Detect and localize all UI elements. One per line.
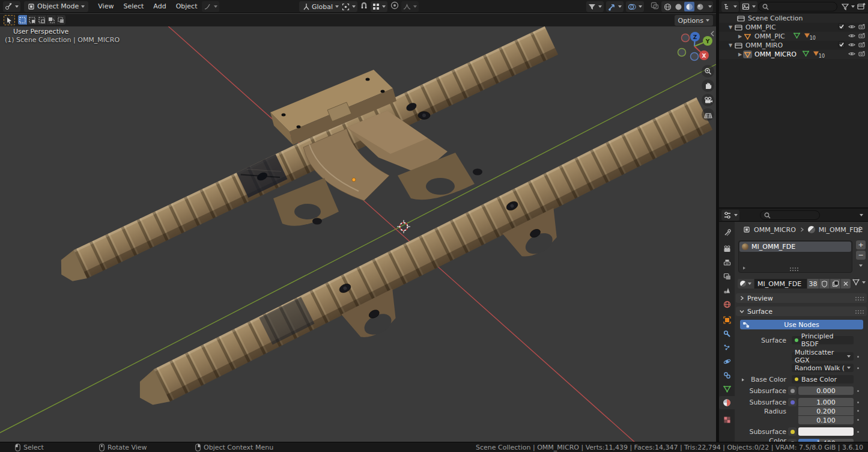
pan-button[interactable] [702,79,714,92]
disable-render-icon[interactable] [858,23,866,32]
overlays-dropdown[interactable] [626,1,644,12]
expand-icon[interactable]: ▶ [737,52,743,57]
outliner-search-input[interactable] [758,2,837,11]
distribution-dropdown[interactable]: Multiscatter GGX [792,352,854,361]
radius-y-slider[interactable]: 0.200 [798,407,854,415]
tab-object-data[interactable] [719,382,735,396]
editor-type-button[interactable] [3,1,20,12]
list-filter-expand-icon[interactable] [742,266,747,270]
chevron-down-icon[interactable] [860,214,863,216]
pivot-point-dropdown[interactable] [340,1,357,12]
subsurface-socket-chip[interactable] [788,386,797,395]
radius-socket-chip[interactable] [788,398,797,406]
select-mode-extend-button[interactable] [28,15,37,25]
hide-eye-icon[interactable] [848,23,855,31]
xray-toggle[interactable] [651,2,659,11]
add-slot-button[interactable]: + [856,240,866,249]
proportional-falloff-dropdown[interactable] [401,1,419,12]
browse-material-dropdown[interactable] [738,279,754,289]
tab-object[interactable] [719,313,735,326]
outliner-row-scene-collection[interactable]: Scene Collection [719,14,868,23]
disable-render-icon[interactable] [858,50,866,59]
tab-tool[interactable] [719,225,735,239]
snap-target-dropdown[interactable] [371,1,387,12]
options-dropdown[interactable]: Options [675,15,713,26]
select-mode-set-button[interactable] [18,15,27,25]
disable-render-icon[interactable] [858,32,866,41]
orientation-dropdown[interactable]: Global [299,1,342,12]
subsurface-color-swatch[interactable] [798,427,854,436]
zoom-button[interactable] [702,65,714,78]
animate-dot[interactable] [857,390,859,392]
tab-render[interactable] [719,242,735,255]
new-material-button[interactable] [830,279,840,289]
tab-material[interactable] [719,396,735,409]
menu-object[interactable]: Object [171,2,202,10]
menu-add[interactable]: Add [148,2,171,10]
color-socket-chip[interactable] [788,427,797,436]
tab-scene[interactable] [719,284,735,297]
exclude-checkbox[interactable] [838,41,845,50]
animate-dot[interactable] [857,356,859,358]
tab-modifiers[interactable] [719,327,735,340]
hide-eye-icon[interactable] [848,41,855,49]
menu-view[interactable]: View [93,2,118,10]
proportional-editing-toggle[interactable] [390,1,399,10]
animate-dot[interactable] [857,402,859,403]
outliner-filter-dropdown[interactable] [840,1,857,12]
tab-world[interactable] [719,298,735,311]
fake-user-button[interactable] [819,279,830,289]
pin-icon[interactable] [856,226,863,233]
use-nodes-button[interactable]: Use Nodes [740,320,863,329]
gizmo-minus-y[interactable] [678,49,686,56]
tab-view-layer[interactable] [719,270,735,283]
users-count-button[interactable]: 38 [807,279,819,289]
perspective-ortho-button[interactable] [702,108,714,121]
surface-panel-header[interactable]: Surface [736,307,867,316]
viewport-canvas[interactable]: Z Y X [0,0,716,442]
outliner-row-object-omm-micro[interactable]: ▶ OMM_MICRO 10 [719,50,868,59]
panel-drag-grip[interactable] [855,296,864,301]
show-object-types-dropdown[interactable] [586,1,604,12]
subsurface-slider[interactable]: 0.000 [798,386,854,395]
node-tree-dropdown[interactable] [852,279,866,286]
active-tool-button[interactable] [4,15,15,25]
surface-shader-menu[interactable]: Principled BSDF [792,336,854,344]
unlink-material-button[interactable] [841,279,851,289]
properties-display-dropdown[interactable] [721,210,739,221]
animate-dot[interactable] [857,367,859,369]
expand-icon[interactable]: ▼ [727,25,733,30]
tool-fallback-dropdown[interactable] [202,1,219,12]
hide-eye-icon[interactable] [848,32,855,40]
shading-rendered-button[interactable] [695,2,705,11]
camera-view-button[interactable] [702,94,714,106]
outliner-filter-mode-dropdown[interactable] [740,1,757,12]
gizmo-minus-x[interactable] [682,34,690,42]
tab-constraints[interactable] [719,368,735,382]
material-name-field[interactable]: MI_OMM_FDE [754,279,807,289]
menu-select[interactable]: Select [118,2,148,10]
select-mode-invert-button[interactable] [47,15,56,25]
gizmos-dropdown[interactable] [606,1,624,12]
snap-toggle[interactable] [360,1,368,10]
outliner-display-mode-dropdown[interactable] [721,1,739,12]
animate-dot[interactable] [857,431,859,433]
radius-x-slider[interactable]: 1.000 [798,398,854,406]
disable-render-icon[interactable] [858,41,866,50]
remove-slot-button[interactable]: − [856,251,866,260]
subsurface-method-dropdown[interactable]: Random Walk (Fixed R... [792,364,854,372]
breadcrumb-object[interactable]: OMM_MICRO [754,226,796,234]
outliner-row-collection-omm-pic[interactable]: ▼ OMM_PIC [719,23,868,32]
outliner-row-object-omm-pic[interactable]: ▶ OMM_PIC 10 [719,32,868,41]
exclude-checkbox[interactable] [838,23,845,32]
mode-dropdown[interactable]: Object Mode [24,1,88,12]
tab-physics[interactable] [719,355,735,368]
select-mode-intersect-button[interactable] [56,15,65,25]
expand-icon[interactable]: ▼ [727,43,733,48]
expand-icon[interactable]: ▶ [737,34,743,39]
slot-specials-dropdown[interactable] [859,264,863,267]
gizmo-minus-z[interactable] [691,53,699,61]
base-color-input[interactable]: Base Color [792,375,854,383]
shading-material-preview-button[interactable] [684,2,694,11]
list-resize-grip[interactable] [789,267,799,271]
